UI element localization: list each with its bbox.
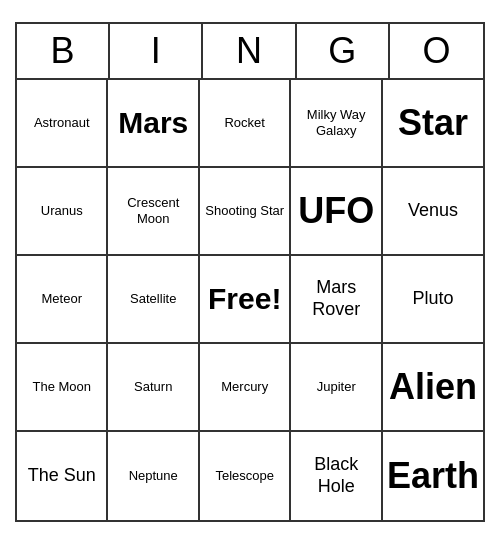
bingo-cell: Rocket [200, 80, 291, 168]
cell-text: Neptune [129, 468, 178, 484]
bingo-cell: Jupiter [291, 344, 383, 432]
cell-text: UFO [298, 189, 374, 232]
cell-text: Free! [208, 281, 281, 317]
bingo-cell: Alien [383, 344, 483, 432]
cell-text: Rocket [224, 115, 264, 131]
cell-text: Shooting Star [205, 203, 284, 219]
cell-text: Saturn [134, 379, 172, 395]
bingo-cell: Crescent Moon [108, 168, 200, 256]
cell-text: The Sun [28, 465, 96, 487]
cell-text: Jupiter [317, 379, 356, 395]
cell-text: Telescope [215, 468, 274, 484]
cell-text: Venus [408, 200, 458, 222]
bingo-cell: Meteor [17, 256, 108, 344]
cell-text: Meteor [42, 291, 82, 307]
bingo-cell: Earth [383, 432, 483, 520]
bingo-card: BINGO AstronautMarsRocketMilky Way Galax… [15, 22, 485, 522]
bingo-cell: Shooting Star [200, 168, 291, 256]
cell-text: Mars Rover [295, 277, 377, 320]
cell-text: Pluto [412, 288, 453, 310]
bingo-cell: Mars Rover [291, 256, 383, 344]
cell-text: Uranus [41, 203, 83, 219]
cell-text: Mercury [221, 379, 268, 395]
bingo-cell: Uranus [17, 168, 108, 256]
bingo-cell: Neptune [108, 432, 200, 520]
bingo-cell: Satellite [108, 256, 200, 344]
cell-text: Black Hole [295, 454, 377, 497]
cell-text: Earth [387, 454, 479, 497]
bingo-cell: Black Hole [291, 432, 383, 520]
cell-text: Satellite [130, 291, 176, 307]
bingo-cell: Milky Way Galaxy [291, 80, 383, 168]
cell-text: Milky Way Galaxy [295, 107, 377, 138]
bingo-cell: Mercury [200, 344, 291, 432]
bingo-grid: AstronautMarsRocketMilky Way GalaxyStarU… [15, 78, 485, 522]
bingo-cell: Astronaut [17, 80, 108, 168]
bingo-cell: Free! [200, 256, 291, 344]
bingo-cell: Mars [108, 80, 200, 168]
bingo-cell: The Sun [17, 432, 108, 520]
bingo-cell: The Moon [17, 344, 108, 432]
bingo-cell: Saturn [108, 344, 200, 432]
cell-text: Astronaut [34, 115, 90, 131]
bingo-letter: O [390, 24, 483, 78]
bingo-letter: I [110, 24, 203, 78]
bingo-cell: Pluto [383, 256, 483, 344]
bingo-letter: B [17, 24, 110, 78]
bingo-header: BINGO [15, 22, 485, 78]
bingo-cell: Venus [383, 168, 483, 256]
cell-text: Star [398, 101, 468, 144]
cell-text: Mars [118, 105, 188, 141]
bingo-cell: Star [383, 80, 483, 168]
bingo-cell: UFO [291, 168, 383, 256]
bingo-cell: Telescope [200, 432, 291, 520]
bingo-letter: N [203, 24, 296, 78]
cell-text: Crescent Moon [112, 195, 194, 226]
bingo-letter: G [297, 24, 390, 78]
cell-text: Alien [389, 365, 477, 408]
cell-text: The Moon [32, 379, 91, 395]
